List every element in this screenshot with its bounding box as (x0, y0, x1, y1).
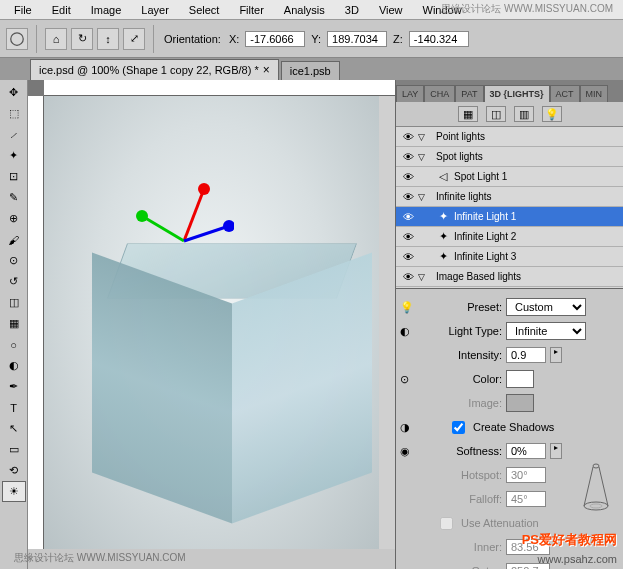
document-tabs: ice.psd @ 100% (Shape 1 copy 22, RGB/8) … (0, 58, 623, 80)
new-light-icon[interactable]: 💡 (400, 301, 414, 314)
preset-select[interactable]: Custom (506, 298, 586, 316)
visibility-icon[interactable]: 👁 (398, 191, 418, 203)
crop-tool[interactable]: ⊡ (2, 166, 26, 187)
scrollbar-vertical[interactable] (379, 96, 395, 549)
tab-layers[interactable]: LAY (396, 85, 424, 102)
softness-label: Softness: (440, 445, 502, 457)
menu-filter[interactable]: Filter (229, 2, 273, 18)
softness-icon[interactable]: ◉ (400, 445, 410, 458)
scale-icon[interactable]: ⤢ (123, 28, 145, 50)
marquee-tool[interactable]: ⬚ (2, 103, 26, 124)
spot-lights-group[interactable]: 👁▽Spot lights (396, 147, 623, 167)
tab-min[interactable]: MIN (580, 85, 609, 102)
infinite-light-icon: ✦ (434, 210, 452, 223)
lighttype-select[interactable]: Infinite (506, 322, 586, 340)
doc-tab-2[interactable]: ice1.psb (281, 61, 340, 80)
tool-preset-icon[interactable] (6, 28, 28, 50)
menu-view[interactable]: View (369, 2, 413, 18)
twisty-icon[interactable]: ▽ (418, 272, 434, 282)
visibility-icon[interactable]: 👁 (398, 171, 418, 183)
drag-icon[interactable]: ↕ (97, 28, 119, 50)
point-at-icon[interactable]: ⊙ (400, 373, 409, 386)
z-field[interactable] (409, 31, 469, 47)
wand-tool[interactable]: ✦ (2, 145, 26, 166)
menu-image[interactable]: Image (81, 2, 132, 18)
softness-field[interactable] (506, 443, 546, 459)
visibility-icon[interactable]: 👁 (398, 231, 418, 243)
color-swatch[interactable] (506, 370, 534, 388)
pen-tool[interactable]: ✒ (2, 376, 26, 397)
eyedropper-tool[interactable]: ✎ (2, 187, 26, 208)
twisty-icon[interactable]: ▽ (418, 152, 434, 162)
svg-point-0 (11, 32, 24, 45)
visibility-icon[interactable]: 👁 (398, 151, 418, 163)
falloff-field (506, 491, 546, 507)
close-icon[interactable]: × (263, 63, 270, 77)
shadows-label: Create Shadows (473, 421, 554, 433)
ruler-horizontal[interactable] (44, 80, 395, 96)
image-based-lights-group[interactable]: 👁▽Image Based lights (396, 267, 623, 287)
mesh-icon[interactable]: ◫ (486, 106, 506, 122)
3d-rotate-tool[interactable]: ⟲ (2, 460, 26, 481)
shadows-checkbox[interactable] (452, 421, 465, 434)
intensity-field[interactable] (506, 347, 546, 363)
path-tool[interactable]: ↖ (2, 418, 26, 439)
doc-tab-1[interactable]: ice.psd @ 100% (Shape 1 copy 22, RGB/8) … (30, 59, 279, 80)
hotspot-label: Hotspot: (440, 469, 502, 481)
shape-tool[interactable]: ▭ (2, 439, 26, 460)
stamp-tool[interactable]: ⊙ (2, 250, 26, 271)
menu-select[interactable]: Select (179, 2, 230, 18)
blur-tool[interactable]: ○ (2, 334, 26, 355)
twisty-icon[interactable]: ▽ (418, 132, 434, 142)
dodge-tool[interactable]: ◐ (2, 355, 26, 376)
scene-icon[interactable]: ▦ (458, 106, 478, 122)
visibility-icon[interactable]: 👁 (398, 211, 418, 223)
materials-icon[interactable]: ▥ (514, 106, 534, 122)
shadow-icon[interactable]: ◑ (400, 421, 410, 434)
history-brush-tool[interactable]: ↺ (2, 271, 26, 292)
3d-gizmo[interactable] (134, 181, 234, 261)
3d-light-tool[interactable]: ☀ (2, 481, 26, 502)
light-properties: 💡Preset:Custom ◐Light Type:Infinite Inte… (396, 289, 623, 569)
menu-layer[interactable]: Layer (131, 2, 179, 18)
tab-3d-lights[interactable]: 3D {LIGHTS} (484, 85, 550, 102)
gradient-tool[interactable]: ▦ (2, 313, 26, 334)
home-icon[interactable]: ⌂ (45, 28, 67, 50)
x-field[interactable] (245, 31, 305, 47)
visibility-icon[interactable]: 👁 (398, 271, 418, 283)
move-tool[interactable]: ✥ (2, 82, 26, 103)
tab-channels[interactable]: CHA (424, 85, 455, 102)
lights-section-icon[interactable]: 💡 (542, 106, 562, 122)
outer-label: Outer: (440, 565, 502, 569)
point-lights-group[interactable]: 👁▽Point lights (396, 127, 623, 147)
light-type-icon[interactable]: ◐ (400, 325, 410, 338)
infinite-lights-group[interactable]: 👁▽Infinite lights (396, 187, 623, 207)
y-label: Y: (311, 33, 321, 45)
y-field[interactable] (327, 31, 387, 47)
tab-paths[interactable]: PAT (455, 85, 483, 102)
menu-analysis[interactable]: Analysis (274, 2, 335, 18)
infinite-light-2[interactable]: 👁✦Infinite Light 2 (396, 227, 623, 247)
tab-actions[interactable]: ACT (550, 85, 580, 102)
menu-file[interactable]: File (4, 2, 42, 18)
lasso-tool[interactable]: ⟋ (2, 124, 26, 145)
intensity-stepper[interactable]: ▸ (550, 347, 562, 363)
eraser-tool[interactable]: ◫ (2, 292, 26, 313)
infinite-light-3[interactable]: 👁✦Infinite Light 3 (396, 247, 623, 267)
softness-stepper[interactable]: ▸ (550, 443, 562, 459)
twisty-icon[interactable]: ▽ (418, 192, 434, 202)
heal-tool[interactable]: ⊕ (2, 208, 26, 229)
rotate-icon[interactable]: ↻ (71, 28, 93, 50)
infinite-light-1[interactable]: 👁✦Infinite Light 1 (396, 207, 623, 227)
visibility-icon[interactable]: 👁 (398, 251, 418, 263)
menu-3d[interactable]: 3D (335, 2, 369, 18)
spotlight-icon: ◁ (434, 170, 452, 183)
brush-tool[interactable]: 🖌 (2, 229, 26, 250)
spot-light-1[interactable]: 👁◁Spot Light 1 (396, 167, 623, 187)
menu-edit[interactable]: Edit (42, 2, 81, 18)
attenuation-checkbox (440, 517, 453, 530)
document-canvas[interactable] (44, 96, 379, 549)
ruler-vertical[interactable] (28, 96, 44, 569)
type-tool[interactable]: T (2, 397, 26, 418)
visibility-icon[interactable]: 👁 (398, 131, 418, 143)
